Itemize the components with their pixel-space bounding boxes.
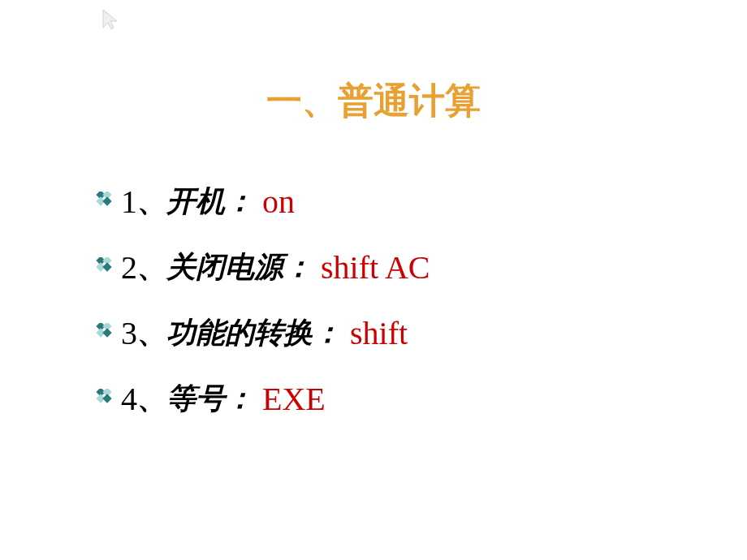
list-item: 1 、 开机： on (93, 182, 747, 222)
svg-rect-15 (102, 394, 111, 403)
svg-rect-7 (102, 262, 111, 271)
svg-rect-3 (102, 196, 111, 205)
item-label: 功能的转换： (166, 313, 342, 353)
item-separator: 、 (137, 313, 166, 353)
item-separator: 、 (137, 379, 166, 419)
item-separator: 、 (137, 182, 166, 222)
list-item: 4 、 等号： EXE (93, 379, 747, 419)
item-separator: 、 (137, 248, 166, 287)
item-number: 2 (121, 248, 137, 286)
list-item: 3 、 功能的转换： shift (93, 313, 747, 353)
cursor-icon (101, 8, 119, 34)
page-title: 一、普通计算 (0, 77, 747, 125)
item-value: shift AC (321, 248, 430, 286)
item-value: shift (350, 314, 408, 352)
diamond-bullet-icon (93, 314, 114, 352)
list-item: 2 、 关闭电源： shift AC (93, 248, 747, 287)
diamond-bullet-icon (93, 183, 114, 221)
item-number: 1 (121, 183, 137, 221)
diamond-bullet-icon (93, 248, 114, 286)
item-label: 开机： (166, 182, 254, 222)
diamond-bullet-icon (93, 380, 114, 418)
item-label: 等号： (166, 379, 254, 419)
item-number: 3 (121, 314, 137, 352)
item-value: EXE (262, 380, 326, 418)
item-value: on (262, 183, 295, 221)
item-number: 4 (121, 380, 137, 418)
svg-rect-11 (102, 328, 111, 337)
content-list: 1 、 开机： on 2 、 关闭电源： shift AC 3 (93, 182, 747, 419)
item-label: 关闭电源： (166, 248, 313, 287)
